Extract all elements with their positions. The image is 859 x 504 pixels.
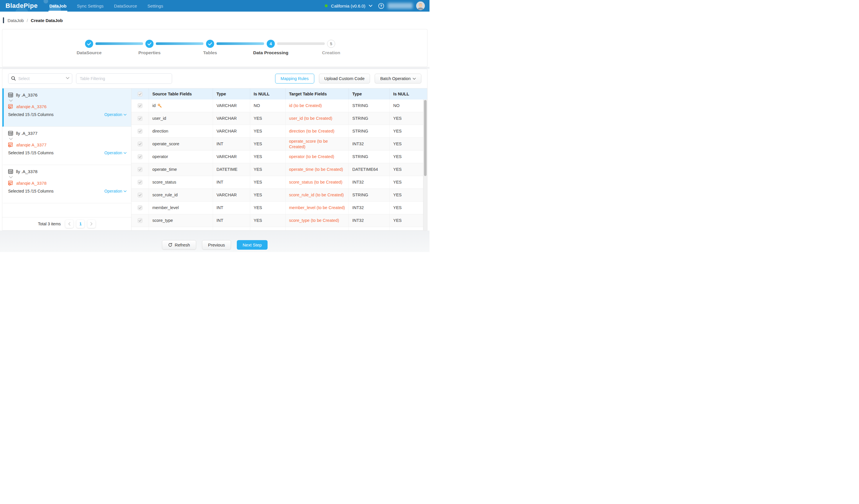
source-type-cell: INT — [213, 176, 250, 189]
target-isnull-cell: YES — [390, 125, 427, 138]
row-checkbox[interactable] — [132, 163, 149, 176]
step-connector — [216, 42, 264, 45]
source-field-cell: user_id — [149, 112, 213, 125]
target-field-cell: direction (to be Created) — [286, 125, 349, 138]
source-isnull-cell: YES — [250, 112, 286, 125]
source-table-name: lly .A_3378 — [16, 169, 37, 174]
target-field-cell: score_type (to be Created) — [286, 214, 349, 227]
table-filtering-input[interactable] — [76, 73, 172, 84]
chevron-down-icon — [9, 176, 126, 178]
operation-dropdown[interactable]: Operation — [104, 189, 126, 193]
nav-item-datajob[interactable]: DataJob — [49, 0, 66, 12]
wizard-footer: Refresh Previous Next Step — [0, 231, 430, 252]
chevron-down-icon[interactable] — [369, 5, 372, 7]
target-type-cell: INT32 — [349, 176, 390, 189]
nav-item-sync-settings[interactable]: Sync Settings — [77, 0, 104, 12]
source-type-cell: INT — [213, 214, 250, 227]
source-isnull-cell: YES — [250, 214, 286, 227]
table-scrollbar-track[interactable] — [423, 99, 427, 230]
table-header-row: Source Table Fields Type Is NULL Target … — [132, 89, 427, 99]
select-input[interactable] — [8, 73, 72, 84]
operation-dropdown[interactable]: Operation — [104, 112, 126, 117]
batch-operation-button[interactable]: Batch Operation — [375, 74, 421, 83]
header-checkbox[interactable] — [132, 89, 149, 99]
source-isnull-cell: NO — [250, 99, 286, 112]
source-field-cell: operate_score — [149, 138, 213, 150]
source-table-name: lly .A_3377 — [16, 131, 37, 136]
row-checkbox[interactable] — [132, 227, 149, 230]
target-isnull-cell: YES — [390, 138, 427, 150]
create-datajob-page: BladePipe DataJob Sync Settings DataSour… — [0, 0, 430, 252]
previous-button[interactable]: Previous — [202, 240, 231, 250]
row-checkbox[interactable] — [132, 125, 149, 138]
step-connector — [277, 42, 325, 45]
source-field-cell: score_type — [149, 214, 213, 227]
step-circle-data-processing: 4 — [267, 40, 275, 48]
refresh-button[interactable]: Refresh — [162, 240, 196, 250]
column-header-is-null: Is NULL — [250, 89, 286, 99]
target-field-cell: user_id (to be Created) — [286, 112, 349, 125]
environment-selector[interactable]: California (v0.6.0) — [331, 3, 365, 9]
chevron-down-icon — [9, 99, 126, 102]
target-field-cell: score_status (to be Created) — [286, 176, 349, 189]
row-checkbox[interactable] — [132, 202, 149, 214]
mapping-rules-button[interactable]: Mapping Rules — [275, 74, 314, 83]
table-scrollbar-thumb[interactable] — [424, 100, 426, 176]
next-step-button[interactable]: Next Step — [237, 240, 268, 250]
row-checkbox[interactable] — [132, 176, 149, 189]
step-connector — [95, 42, 143, 45]
row-checkbox[interactable] — [132, 99, 149, 112]
target-type-cell: DATETIME64 — [349, 163, 390, 176]
pagination-page-1[interactable]: 1 — [76, 220, 85, 228]
chevron-down-icon — [124, 152, 126, 154]
target-table-add-icon — [8, 142, 13, 147]
operation-dropdown[interactable]: Operation — [104, 151, 126, 155]
source-field-cell: score_rule_id — [149, 189, 213, 201]
column-header-target-is-null: Is NULL — [390, 89, 427, 99]
step-circle-tables — [206, 40, 214, 48]
source-field-cell: operator — [149, 151, 213, 163]
source-type-cell: VARCHAR — [213, 99, 250, 112]
step-connector — [156, 42, 204, 45]
step-label-creation: Creation — [305, 50, 357, 56]
target-type-cell: STRING — [349, 151, 390, 163]
nav-item-datasource[interactable]: DataSource — [114, 0, 137, 12]
split-area: lly .A_3376 afanqie A_3376 Selected 15 /… — [2, 88, 427, 230]
help-icon[interactable]: ? — [378, 3, 384, 9]
chevron-down-icon — [124, 114, 126, 116]
row-checkbox[interactable] — [132, 189, 149, 201]
source-table-name: lly .A_3376 — [16, 93, 37, 97]
avatar[interactable] — [416, 1, 425, 10]
table-pair-item[interactable]: lly .A_3378 afanqie A_3378 Selected 15 /… — [2, 165, 131, 203]
source-field-cell: operate_time — [149, 163, 213, 176]
breadcrumb: DataJob / Create DataJob — [0, 12, 430, 29]
source-isnull-cell: YES — [250, 163, 286, 176]
table-toolbar: Mapping Rules Upload Custom Code Batch O… — [2, 69, 427, 88]
target-isnull-cell: YES — [390, 176, 427, 189]
table-select-dropdown[interactable] — [8, 73, 72, 84]
row-checkbox[interactable] — [132, 138, 149, 150]
pagination-prev-button[interactable] — [65, 220, 73, 228]
table-row: score_rule_id VARCHAR YES score_rule_id … — [132, 189, 427, 202]
batch-operation-label: Batch Operation — [380, 76, 411, 81]
table-row: member_level INT YES member_level (to be… — [132, 202, 427, 214]
table-pair-item[interactable]: lly .A_3377 afanqie A_3377 Selected 15 /… — [2, 127, 131, 165]
pagination-total: Total 3 items — [38, 222, 61, 226]
upload-custom-code-button[interactable]: Upload Custom Code — [319, 74, 370, 83]
nav-item-settings[interactable]: Settings — [147, 0, 163, 12]
chevron-down-icon — [66, 77, 69, 79]
table-filtering-field[interactable] — [76, 73, 172, 84]
environment-status-dot — [325, 4, 328, 7]
row-checkbox[interactable] — [132, 151, 149, 163]
row-checkbox[interactable] — [132, 214, 149, 227]
breadcrumb-parent[interactable]: DataJob — [7, 18, 24, 23]
row-checkbox[interactable] — [132, 112, 149, 125]
source-isnull-cell: YES — [250, 125, 286, 138]
target-type-cell: STRING — [349, 125, 390, 138]
table-pair-item[interactable]: lly .A_3376 afanqie A_3376 Selected 15 /… — [2, 89, 131, 127]
refresh-icon — [168, 243, 172, 247]
wizard-stepper: 4 5 DataSource Properties Tables Data Pr… — [2, 29, 427, 67]
breadcrumb-rule — [3, 17, 4, 23]
pagination-next-button[interactable] — [87, 220, 95, 228]
refresh-label: Refresh — [175, 242, 190, 247]
